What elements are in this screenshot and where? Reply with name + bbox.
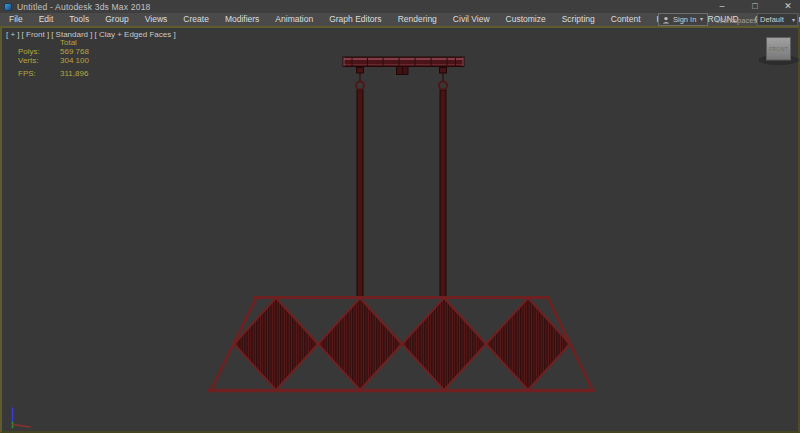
statistics-overlay: Total Polys:569 768 Verts:304 100 FPS:31…: [18, 38, 89, 78]
menu-group[interactable]: Group: [97, 13, 137, 26]
3dsmax-logo-icon: [4, 3, 12, 11]
window-title: Untitled - Autodesk 3ds Max 2018: [17, 2, 151, 12]
close-button[interactable]: ✕: [782, 0, 794, 13]
stats-fps-label: FPS:: [18, 69, 60, 78]
stats-fps-value: 311,896: [60, 69, 88, 78]
stats-total-header: Total: [60, 38, 77, 47]
menu-animation[interactable]: Animation: [267, 13, 321, 26]
workspace-value: Default: [760, 15, 784, 24]
menu-bar: File Edit Tools Group Views Create Modif…: [0, 13, 800, 26]
menu-views[interactable]: Views: [137, 13, 176, 26]
stats-polys-value: 569 768: [60, 47, 89, 56]
menu-content[interactable]: Content: [603, 13, 649, 26]
title-bar: Untitled - Autodesk 3ds Max 2018 – □ ✕: [0, 0, 800, 13]
menu-tools[interactable]: Tools: [61, 13, 97, 26]
minimize-button[interactable]: –: [716, 0, 728, 13]
maximize-button[interactable]: □: [749, 0, 761, 13]
menu-civil-view[interactable]: Civil View: [445, 13, 498, 26]
3dsmax-window: Untitled - Autodesk 3ds Max 2018 – □ ✕ F…: [0, 0, 800, 433]
menu-edit[interactable]: Edit: [31, 13, 62, 26]
menu-file[interactable]: File: [0, 13, 31, 26]
menu-create[interactable]: Create: [175, 13, 217, 26]
workspaces-label: Workspaces:: [716, 16, 759, 25]
workspace-caret-icon: ▾: [792, 17, 795, 23]
viewport-menu-shading[interactable]: [ Clay + Edged Faces ]: [94, 30, 175, 39]
sign-in-label: Sign In: [673, 15, 696, 24]
user-icon: [662, 16, 670, 24]
menu-graph-editors[interactable]: Graph Editors: [321, 13, 389, 26]
stats-polys-label: Polys:: [18, 47, 60, 56]
menu-rendering[interactable]: Rendering: [390, 13, 445, 26]
menu-scripting[interactable]: Scripting: [554, 13, 603, 26]
sign-in-caret-icon[interactable]: ▾: [700, 16, 703, 22]
front-viewport[interactable]: [ + ] [ Front ] [ Standard ] [ Clay + Ed…: [0, 26, 800, 433]
menu-customize[interactable]: Customize: [498, 13, 554, 26]
workspace-dropdown[interactable]: Default ▾: [757, 13, 798, 26]
stats-verts-label: Verts:: [18, 56, 60, 65]
stats-verts-value: 304 100: [60, 56, 89, 65]
menu-modifiers[interactable]: Modifiers: [217, 13, 267, 26]
